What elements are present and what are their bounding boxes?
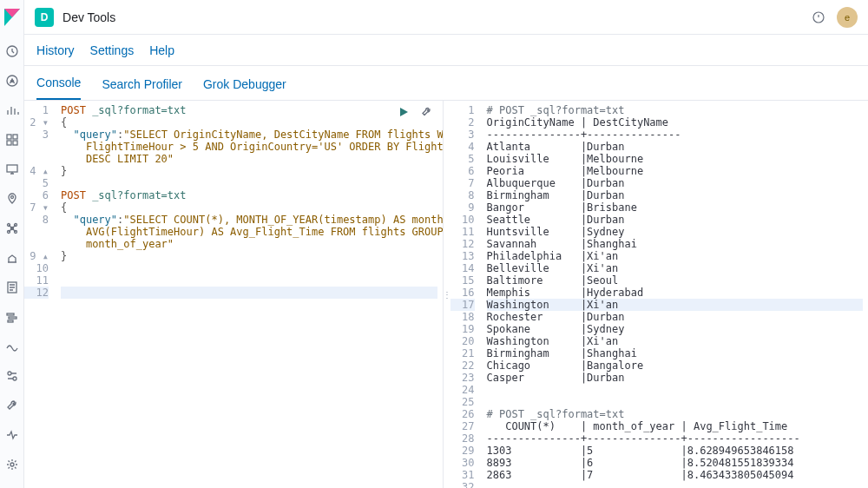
editor-code[interactable]: POST _sql?format=txt{ "query":"SELECT Or… <box>56 101 443 488</box>
tab-console[interactable]: Console <box>36 67 81 100</box>
svg-point-17 <box>8 372 11 375</box>
request-editor[interactable]: 12 ▾34 ▴567 ▾89 ▴101112 POST _sql?format… <box>24 101 444 488</box>
canvas-icon[interactable] <box>3 162 21 176</box>
wrench-icon[interactable] <box>420 106 434 120</box>
menu-history[interactable]: History <box>36 43 75 57</box>
logs-icon[interactable] <box>3 280 21 294</box>
infra-icon[interactable] <box>3 251 21 265</box>
menu-help[interactable]: Help <box>149 43 174 57</box>
send-request-icon[interactable] <box>398 106 411 120</box>
pane-resizer[interactable]: ⋮ <box>444 101 450 488</box>
output-gutter: 1234567891011121314151617181920212223242… <box>450 101 482 488</box>
svg-rect-16 <box>8 320 13 322</box>
maps-icon[interactable] <box>3 192 21 206</box>
svg-rect-5 <box>13 141 17 145</box>
siem-icon[interactable] <box>3 369 21 383</box>
discover-icon[interactable] <box>3 74 21 88</box>
tabbar: Console Search Profiler Grok Debugger <box>24 66 868 101</box>
breadcrumb: Dev Tools <box>62 10 115 24</box>
topbar: D Dev Tools e <box>24 0 868 35</box>
svg-rect-2 <box>7 135 11 139</box>
svg-point-18 <box>13 377 16 380</box>
apm-icon[interactable] <box>3 310 21 324</box>
menu-settings[interactable]: Settings <box>90 43 135 57</box>
devtools-icon[interactable] <box>3 399 21 412</box>
svg-rect-15 <box>9 317 16 319</box>
svg-point-19 <box>10 463 14 466</box>
svg-rect-3 <box>13 135 17 139</box>
nav-rail <box>0 0 24 488</box>
kibana-logo[interactable] <box>2 7 23 28</box>
svg-point-7 <box>10 196 13 199</box>
app-badge: D <box>35 8 54 27</box>
svg-rect-6 <box>7 165 17 172</box>
management-icon[interactable] <box>3 458 21 472</box>
dashboard-icon[interactable] <box>3 133 21 147</box>
editor-gutter: 12 ▾34 ▴567 ▾89 ▴101112 <box>24 101 56 488</box>
visualize-icon[interactable] <box>3 103 21 117</box>
recent-icon[interactable] <box>3 44 21 58</box>
user-avatar[interactable]: e <box>837 7 858 28</box>
svg-rect-4 <box>7 141 11 145</box>
tab-search-profiler[interactable]: Search Profiler <box>102 69 182 100</box>
news-icon[interactable] <box>809 8 828 27</box>
ml-icon[interactable] <box>3 221 21 235</box>
response-viewer: 1234567891011121314151617181920212223242… <box>450 101 868 488</box>
monitoring-icon[interactable] <box>3 428 21 442</box>
output-code[interactable]: # POST _sql?format=txtOriginCityName | D… <box>482 101 868 488</box>
uptime-icon[interactable] <box>3 340 21 353</box>
svg-rect-14 <box>7 313 14 315</box>
tab-grok-debugger[interactable]: Grok Debugger <box>203 69 286 100</box>
menubar: History Settings Help <box>24 35 868 66</box>
